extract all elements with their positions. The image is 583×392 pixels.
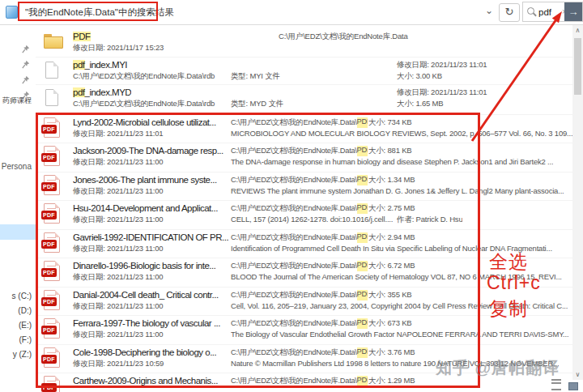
file-size: 大小: 3.00 KB <box>397 71 442 82</box>
refresh-button[interactable]: ↻ <box>499 3 520 22</box>
annotation-select-all: 全选 <box>489 249 528 275</box>
sidebar-selected-item[interactable] <box>0 224 36 240</box>
scrollbar-thumb[interactable] <box>574 38 581 95</box>
sidebar-item-drive-d[interactable]: (D:) <box>18 306 32 315</box>
folder-icon <box>44 34 63 49</box>
thumbnail-view-icon[interactable] <box>568 382 578 390</box>
sidebar-item-drive-f[interactable]: (F:) <box>19 335 32 344</box>
sidebar-item-course[interactable]: 药师课程 <box>2 96 32 106</box>
breadcrumb-chevron-icon[interactable]: › <box>168 6 171 16</box>
pin-icon[interactable] <box>22 58 30 72</box>
watermark: 知乎 @唐帕翻译 <box>436 357 560 379</box>
file-name: pdf_index.MYI <box>73 60 127 70</box>
details-view-icon[interactable] <box>551 379 561 390</box>
file-date: 修改日期: 2021/11/23 11:01 <box>397 60 487 70</box>
sidebar-item-drive-z[interactable]: y (Z:) <box>13 350 32 359</box>
file-name: pdf_index.MYD <box>73 87 131 97</box>
pin-icon[interactable] <box>22 42 30 57</box>
search-go-button[interactable]: → <box>564 2 582 21</box>
annotation-box-results <box>36 113 480 388</box>
annotation-shortcut: Ctrl+c <box>487 272 541 294</box>
annotation-box-address <box>18 2 158 21</box>
file-path: C:\用户\EDZ\文档\我的EndNote库.Data\rdb <box>73 71 215 82</box>
file-date: 修改日期: 2021/11/17 15:23 <box>73 43 164 53</box>
scroll-up-icon[interactable]: ∧ <box>572 27 583 34</box>
address-dropdown-icon[interactable]: ⌄ <box>485 5 493 16</box>
annotation-copy: 复制 <box>489 296 528 322</box>
file-icon <box>45 89 58 106</box>
sidebar-item-drive-c[interactable]: s (C:) <box>12 292 32 300</box>
file-type: 类型: MYD 文件 <box>231 99 283 109</box>
file-date: 修改日期: 2021/11/23 11:01 <box>397 87 487 98</box>
file-path: C:\用户\EDZ\文档\我的EndNote库.Data\rdb <box>73 99 215 109</box>
sidebar-item-onedrive-personal[interactable]: - Persona <box>0 162 32 171</box>
search-input[interactable] <box>538 5 561 19</box>
file-icon <box>45 62 58 79</box>
file-row-pdf-folder[interactable]: PDF 修改日期: 2021/11/17 15:23 C:\用户\EDZ\文档\… <box>36 29 577 56</box>
file-row-pdf-index-myd[interactable]: pdf_index.MYD C:\用户\EDZ\文档\我的EndNote库.Da… <box>36 84 577 112</box>
file-name: PDF <box>73 32 91 41</box>
file-size: 大小: 1.65 MB <box>397 99 443 109</box>
search-results-icon <box>6 6 18 19</box>
navigation-pane: 药师课程 - Persona s (C:) (D:) (E:) (F:) y (… <box>0 25 36 392</box>
file-row-pdf-index-myi[interactable]: pdf_index.MYI C:\用户\EDZ\文档\我的EndNote库.Da… <box>36 57 577 84</box>
sidebar-item-drive-e[interactable]: (E:) <box>19 321 32 330</box>
search-box[interactable]: × → <box>522 2 583 22</box>
file-path: C:\用户\EDZ\文档\我的EndNote库.Data <box>279 32 408 42</box>
pin-icon[interactable] <box>22 73 30 87</box>
file-type: 类型: MYI 文件 <box>231 71 280 82</box>
search-icon <box>527 7 534 15</box>
vertical-scrollbar[interactable]: ∧ ∨ <box>572 25 583 380</box>
